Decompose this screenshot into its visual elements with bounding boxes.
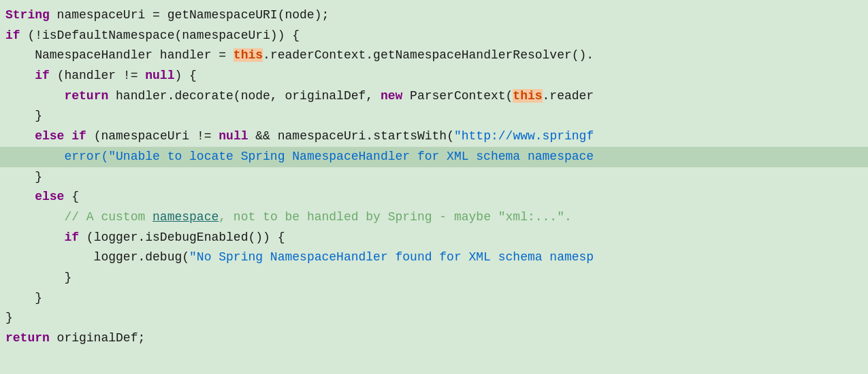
keyword-null1: null — [145, 69, 174, 82]
code-line-14: } — [0, 268, 868, 288]
keyword-string: String — [5, 8, 50, 22]
keyword-this-2: this — [513, 89, 542, 103]
keyword-if3: if — [71, 129, 86, 143]
code-line-16: } — [0, 308, 868, 328]
code-line-6: } — [0, 106, 868, 126]
code-line-10: else { — [0, 187, 868, 207]
keyword-else1: else — [35, 129, 64, 143]
keyword-if4: if — [64, 231, 79, 244]
code-line-9: } — [0, 167, 868, 188]
keyword-else2: else — [35, 190, 64, 203]
code-line-17: return originalDef; — [0, 328, 868, 349]
keyword-new1: new — [381, 89, 402, 103]
string-url: "http://www.springf — [454, 129, 594, 143]
keyword-this-1: this — [234, 48, 263, 62]
code-line-8: error("Unable to locate Spring Namespace… — [0, 147, 868, 167]
code-line-1: String namespaceUri = getNamespaceURI(no… — [0, 5, 868, 26]
code-viewer: String namespaceUri = getNamespaceURI(no… — [0, 0, 868, 374]
code-line-12: if (logger.isDebugEnabled()) { — [0, 228, 868, 248]
string-debug: "No Spring NamespaceHandler found for XM… — [189, 250, 594, 264]
code-line-5: return handler.decorate(node, originalDe… — [0, 86, 868, 107]
code-line-11: // A custom namespace, not to be handled… — [0, 207, 868, 228]
code-line-15: } — [0, 288, 868, 309]
code-line-4: if (handler != null) { — [0, 66, 868, 86]
code-line-3: NamespaceHandler handler = this.readerCo… — [0, 46, 868, 66]
keyword-if2: if — [35, 69, 50, 82]
keyword-null2: null — [219, 129, 248, 143]
string-error: error("Unable to locate Spring Namespace… — [64, 150, 594, 163]
comment-1: // A custom namespace, not to be handled… — [64, 210, 571, 224]
code-line-13: logger.debug("No Spring NamespaceHandler… — [0, 248, 868, 268]
code-line-7: else if (namespaceUri != null && namespa… — [0, 126, 868, 147]
keyword-if: if — [5, 29, 20, 42]
code-line-2: if (!isDefaultNamespace(namespaceUri)) { — [0, 26, 868, 46]
keyword-return2: return — [5, 331, 50, 345]
keyword-return: return — [64, 89, 108, 103]
